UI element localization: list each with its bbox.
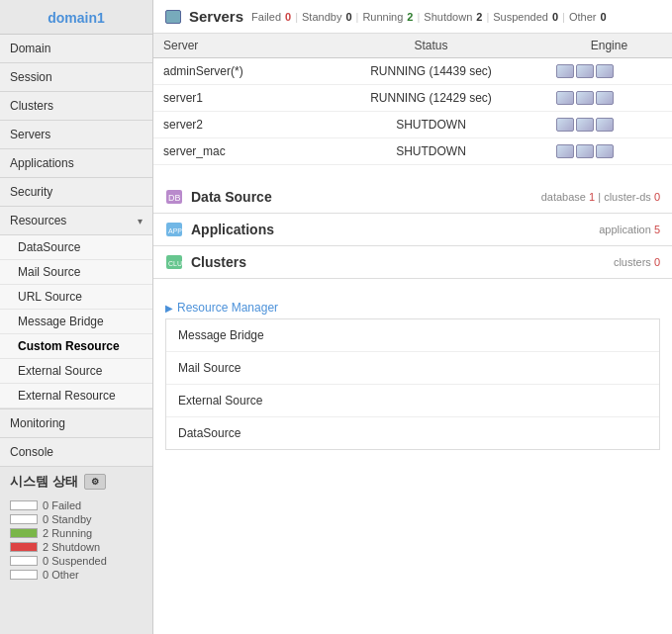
engine-icon-2[interactable] xyxy=(576,144,594,158)
engine-icon-3[interactable] xyxy=(596,91,614,105)
sidebar-item-security[interactable]: Security xyxy=(0,178,152,207)
engine-icon-2[interactable] xyxy=(576,91,594,105)
legend-other: 0 Other xyxy=(10,569,143,581)
sidebar-item-console[interactable]: Console xyxy=(0,438,152,467)
table-row[interactable]: adminServer(*) RUNNING (14439 sec) xyxy=(153,58,672,85)
servers-icon xyxy=(165,10,181,24)
system-status-label: 시스템 상태 ⚙ xyxy=(0,467,152,494)
svg-text:APP: APP xyxy=(168,227,182,234)
rm-item-datasource[interactable]: DataSource xyxy=(166,417,659,449)
col-server: Server xyxy=(153,34,316,58)
system-status-icon[interactable]: ⚙ xyxy=(84,474,106,490)
resource-manager-header[interactable]: ▶ Resource Manager xyxy=(153,293,672,318)
server-engine xyxy=(546,112,672,138)
legend-failed: 0 Failed xyxy=(10,499,143,511)
resource-manager-list: Message Bridge Mail Source External Sour… xyxy=(165,318,660,450)
applications-section[interactable]: APP Applications application 5 xyxy=(153,214,672,246)
sidebar-item-domain[interactable]: Domain xyxy=(0,35,152,63)
sidebar-item-resources[interactable]: Resources ▾ xyxy=(0,207,152,235)
server-status: SHUTDOWN xyxy=(316,138,546,165)
engine-icon-3[interactable] xyxy=(596,64,614,78)
servers-header: Servers Failed 0 | Standby 0 | Running 2… xyxy=(153,0,672,34)
server-name: server1 xyxy=(153,85,316,112)
legend-running: 2 Running xyxy=(10,527,143,539)
sidebar-item-servers[interactable]: Servers xyxy=(0,121,152,149)
sidebar-item-mail-source[interactable]: Mail Source xyxy=(0,260,152,285)
rm-triangle-icon: ▶ xyxy=(165,303,173,314)
servers-table: Server Status Engine adminServer(*) RUNN… xyxy=(153,34,672,165)
server-status: SHUTDOWN xyxy=(316,112,546,138)
applications-icon: APP xyxy=(165,222,183,237)
running-color-box xyxy=(10,528,38,538)
sidebar-item-datasource[interactable]: DataSource xyxy=(0,235,152,260)
rm-item-external-source[interactable]: External Source xyxy=(166,385,659,417)
server-status: RUNNING (14439 sec) xyxy=(316,58,546,85)
legend-standby: 0 Standby xyxy=(10,513,143,525)
legend-suspended: 0 Suspended xyxy=(10,555,143,567)
col-status: Status xyxy=(316,34,546,58)
data-source-section[interactable]: DB Data Source database 1 | cluster-ds 0 xyxy=(153,181,672,214)
clusters-icon: CLU xyxy=(165,254,183,270)
engine-icon-1[interactable] xyxy=(556,144,574,158)
legend-area: 0 Failed 0 Standby 2 Running 2 Shutdown … xyxy=(0,494,152,590)
suspended-color-box xyxy=(10,556,38,566)
engine-icon-1[interactable] xyxy=(556,64,574,78)
server-status: RUNNING (12429 sec) xyxy=(316,85,546,112)
other-color-box xyxy=(10,570,38,580)
engine-icon-1[interactable] xyxy=(556,91,574,105)
table-row[interactable]: server_mac SHUTDOWN xyxy=(153,138,672,165)
clusters-section[interactable]: CLU Clusters clusters 0 xyxy=(153,246,672,279)
engine-icon-2[interactable] xyxy=(576,118,594,132)
engine-icon-3[interactable] xyxy=(596,144,614,158)
sidebar-item-external-source[interactable]: External Source xyxy=(0,359,152,384)
rm-item-message-bridge[interactable]: Message Bridge xyxy=(166,319,659,352)
legend-shutdown: 2 Shutdown xyxy=(10,541,143,553)
server-name: server2 xyxy=(153,112,316,138)
engine-icon-3[interactable] xyxy=(596,118,614,132)
server-engine xyxy=(546,85,672,112)
sidebar-item-clusters[interactable]: Clusters xyxy=(0,92,152,121)
failed-color-box xyxy=(10,500,38,510)
engine-icon-2[interactable] xyxy=(576,64,594,78)
svg-text:CLU: CLU xyxy=(168,260,182,267)
server-name: adminServer(*) xyxy=(153,58,316,85)
engine-icon-1[interactable] xyxy=(556,118,574,132)
sidebar-item-url-source[interactable]: URL Source xyxy=(0,285,152,310)
standby-color-box xyxy=(10,514,38,524)
servers-title: Servers xyxy=(189,8,243,25)
rm-item-mail-source[interactable]: Mail Source xyxy=(166,352,659,385)
col-engine: Engine xyxy=(546,34,672,58)
resources-submenu: DataSource Mail Source URL Source Messag… xyxy=(0,235,152,409)
shutdown-color-box xyxy=(10,542,38,552)
chevron-down-icon: ▾ xyxy=(138,216,143,226)
sidebar-item-custom-resource[interactable]: Custom Resource xyxy=(0,334,152,359)
server-engine xyxy=(546,138,672,165)
server-name: server_mac xyxy=(153,138,316,165)
table-row[interactable]: server2 SHUTDOWN xyxy=(153,112,672,138)
datasource-icon: DB xyxy=(165,189,183,205)
domain-title: domain1 xyxy=(0,0,152,35)
sidebar-item-external-resource[interactable]: External Resource xyxy=(0,384,152,408)
resource-manager-title: Resource Manager xyxy=(177,301,278,315)
sidebar-item-monitoring[interactable]: Monitoring xyxy=(0,409,152,438)
table-row[interactable]: server1 RUNNING (12429 sec) xyxy=(153,85,672,112)
server-stats: Failed 0 | Standby 0 | Running 2 | Shutd… xyxy=(251,11,607,23)
server-engine xyxy=(546,58,672,85)
main-content: Servers Failed 0 | Standby 0 | Running 2… xyxy=(153,0,672,634)
sidebar-item-session[interactable]: Session xyxy=(0,63,152,92)
sidebar-item-message-bridge[interactable]: Message Bridge xyxy=(0,310,152,334)
svg-text:DB: DB xyxy=(168,193,181,203)
sidebar-item-applications[interactable]: Applications xyxy=(0,149,152,178)
sidebar: domain1 Domain Session Clusters Servers … xyxy=(0,0,153,634)
